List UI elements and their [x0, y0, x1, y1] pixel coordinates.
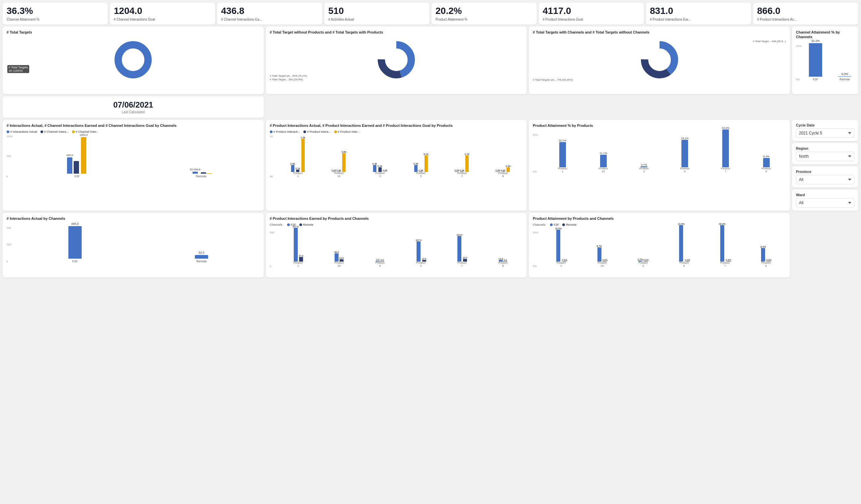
- product-interactions-earned-card: # Product Interactions Earned by Product…: [266, 213, 527, 277]
- bar-pac-p7-f2f: 30.0%: [719, 223, 726, 262]
- kpi-card-7: 866.0 # Product Interactions Ac...: [753, 3, 858, 25]
- channel-attainment-card: Channel Attainment % by Channels 20% 0% …: [792, 27, 858, 95]
- bar-f2f-goal-bar: [81, 137, 86, 174]
- y-axis-pi: 1K 0K: [270, 135, 273, 178]
- bar-group-pa-p5: 24.1% Product5: [665, 137, 705, 173]
- kpi-label-4: Product Attainment %: [436, 17, 467, 21]
- bar-group-pac-p7: 30.0% 0.0% Product7: [705, 223, 745, 268]
- bar-group-remote-bars: 52.048.8: [190, 137, 212, 174]
- legend-dot-gold-pi: [334, 131, 337, 133]
- last-calculated-label: Last Calculated: [6, 110, 260, 114]
- legend-product-inter: # Product Inter...: [334, 130, 360, 134]
- cycle-date-select[interactable]: 2021 Cycle 5 2021 Cycle 4 2021 Cycle 3: [796, 128, 855, 138]
- product-attainment-card: Product Attainment % by Products 20% 0% …: [529, 120, 790, 211]
- legend-interactions-actual: # Interactions Actual: [6, 130, 37, 134]
- bar-f2f-actual: 445.0: [66, 154, 73, 174]
- bar-pac-p10-f2f: 8.7%: [597, 245, 602, 262]
- bar-p3-actual: 0.3K: [372, 163, 377, 172]
- total-target-products-card: # Total Target without Products and # To…: [266, 27, 527, 95]
- region-label: Region: [796, 147, 855, 150]
- bars-pie-p1: 277.0 37.0: [293, 226, 303, 262]
- product-interactions-title: # Product Interactions Actual, # Product…: [270, 123, 523, 128]
- ward-filter: Ward All: [792, 190, 858, 211]
- bars-pac: 19.5% 0.0% Product1: [541, 231, 786, 268]
- total-targets-channels-donut: # Total Target... 428 (35.5...) # Total …: [533, 37, 786, 83]
- bar-remote-goal-bar: [207, 173, 212, 174]
- bar-group-p1: 0.3K 0.1K 1.4K Pr: [278, 139, 318, 178]
- kpi-value-1: 1204.0: [114, 6, 142, 16]
- kpi-card-3: 510 # Activities Actual: [324, 3, 429, 25]
- kpi-value-4: 20.2%: [436, 6, 462, 16]
- bar-group-p5: 0.3K 0.0K 0.7K Pr: [401, 139, 441, 178]
- legend-dot-dark-pi: [303, 131, 306, 133]
- bar-group-pa-p10: 11.1% Product10: [584, 152, 623, 173]
- bar-group-pac-p1: 19.5% 0.0% Product1: [541, 228, 581, 268]
- product-attainment-channels-title: Product Attainment by Products and Chann…: [533, 216, 786, 221]
- kpi-value-5: 4117.0: [543, 6, 571, 16]
- product-interactions-earned-title: # Product Interactions Earned by Product…: [270, 216, 523, 221]
- bar-group-pie-p1: 277.0 37.0 Product1: [278, 226, 318, 268]
- bar-f2f-earned-bar: [74, 161, 79, 174]
- bar-pie-p1-f2f: 277.0: [293, 226, 299, 262]
- bars-pac-p7: 30.0% 0.0%: [719, 223, 731, 262]
- legend-pac-remote: Remote: [562, 223, 576, 227]
- bar-p8-goal: 0.2K: [506, 165, 510, 172]
- kpi-value-2: 436.8: [221, 6, 244, 16]
- bar-remote-actual-bar: [192, 172, 198, 174]
- channel-attainment-chart: 20% 0% 32.2% F2F 0.0% Remote: [796, 41, 855, 91]
- bar-p1-earned: 0.1K: [296, 167, 300, 172]
- bars-pa: 22.1% Product1 11.1% Product10 0.7% Prod…: [543, 134, 786, 173]
- bar-group-f2f-bars: 445.0 1204.0: [66, 137, 88, 174]
- donut-labels-channels-2: # Total Targets wit... 776 (64.45%): [533, 78, 573, 81]
- kpi-label-2: # Channel Interactions Ea...: [221, 17, 262, 21]
- interactions-actual-card: # Interactions Actual, # Channel Interac…: [3, 120, 264, 211]
- interactions-actual-title: # Interactions Actual, # Channel Interac…: [6, 123, 260, 128]
- bar-group-p7: 0.0K 0.0K 0.7K Pr: [442, 139, 482, 178]
- bar-group-pac-p5: 22.3% 0.0% Product5: [664, 223, 704, 268]
- legend-dot-darkblue: [41, 131, 43, 133]
- product-attainment-title: Product Attainment % by Products: [533, 123, 786, 128]
- date-card: 07/06/2021 Last Calculated: [3, 96, 264, 118]
- bar-remote-actual: 52.048.8: [190, 168, 200, 174]
- bar-p10-goal: 0.8K: [342, 151, 346, 172]
- kpi-value-3: 510: [328, 6, 344, 16]
- bars-p1: 0.3K 0.1K 1.4K: [290, 139, 305, 172]
- interactions-actual-channels-card: # Interactions Actual by Channels 400 20…: [3, 213, 264, 277]
- label-p3: Product3: [375, 172, 385, 178]
- dashboard: 36.3% Channel Attainment % 1204.0 # Chan…: [3, 3, 858, 277]
- ward-select[interactable]: All: [796, 198, 855, 207]
- bar-group-pa-p8: 8.3% Product8: [747, 155, 786, 173]
- product-attainment-channels-card: Product Attainment by Products and Chann…: [529, 213, 790, 277]
- legend-dot-pac-remote: [562, 223, 565, 226]
- bar-group-iac-f2f: 445.0 F2F: [17, 222, 133, 263]
- bar-group-f2f: 445.0 1204.0 F2F: [18, 137, 136, 178]
- bar-group-pie-p10: 69.0 19.0 Product10: [319, 251, 359, 268]
- kpi-value-7: 866.0: [757, 6, 780, 16]
- bar-p5-goal: 0.7K: [424, 153, 428, 172]
- region-select[interactable]: North South East West All: [796, 152, 855, 161]
- bar-ca-f2f: 32.2% F2F: [806, 39, 825, 81]
- svg-point-4: [390, 53, 403, 66]
- kpi-card-6: 831.0 # Product Interactions Ear...: [646, 3, 751, 25]
- bar-p1-actual: 0.3K: [290, 163, 295, 172]
- bar-group-pie-p3: 2.0 0.0 Product3: [360, 259, 400, 268]
- bar-remote-goal: [207, 173, 212, 174]
- kpi-label-3: # Activities Actual: [328, 17, 354, 21]
- total-targets-channels-title: # Total Targets with Channels and # Tota…: [533, 30, 786, 35]
- charts-row-3: # Interactions Actual, # Channel Interac…: [3, 120, 858, 211]
- bars-p5: 0.3K 0.0K 0.7K: [413, 139, 428, 172]
- total-target-products-donut: # Total Target wit... 844 (70.1%) # Tota…: [270, 37, 523, 83]
- kpi-label-7: # Product Interactions Ac...: [757, 17, 797, 21]
- bars-pac-p5: 22.3% 0.0%: [678, 223, 691, 262]
- cycle-date-filter: Cycle Date 2021 Cycle 5 2021 Cycle 4 202…: [792, 120, 858, 141]
- charts-row-2: # Total Targets # Total Targets1K (100%)…: [3, 27, 858, 118]
- province-label: Province: [796, 170, 855, 174]
- legend-dot-gold: [72, 131, 75, 133]
- bar-pie-p1-remote: 37.0: [299, 255, 303, 262]
- bar-group-pie-p7: 210.0 23.0 Product7: [442, 234, 482, 268]
- bar-pie-p10-f2f: 69.0: [334, 251, 339, 262]
- bar-f2f-actual-bar: [67, 158, 72, 174]
- legend-product-actual: # Product Interacti...: [270, 130, 300, 134]
- province-select[interactable]: All: [796, 175, 855, 184]
- bar-group-pie-p8: 14.0 0.0 Product8: [483, 258, 523, 268]
